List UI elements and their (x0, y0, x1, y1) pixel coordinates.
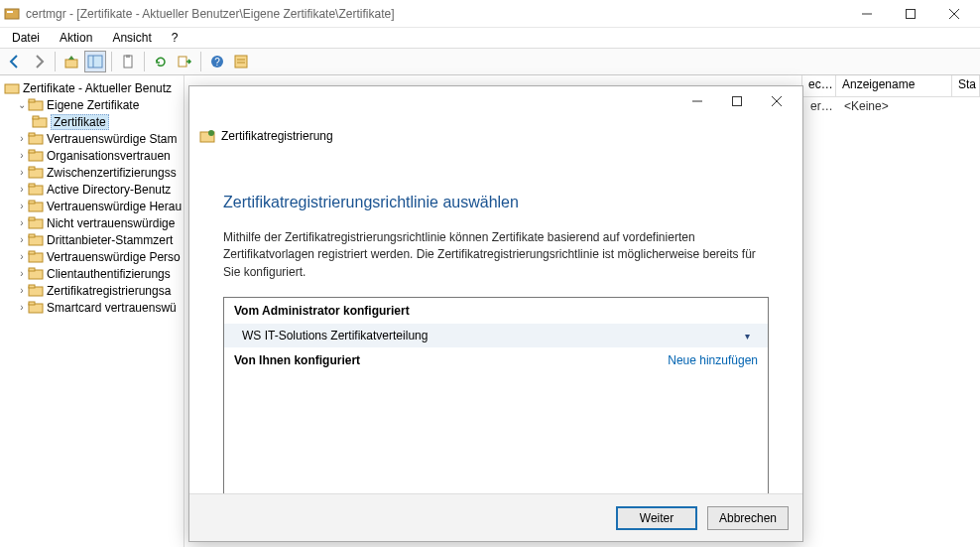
cell-keine: <Keine> (836, 97, 897, 115)
tree-item[interactable]: ›Zertifikatregistrierungsa (0, 282, 184, 299)
tree-item[interactable]: ›Zwischenzertifizierungss (0, 164, 184, 181)
tree-item[interactable]: ›Vertrauenswürdige Perso (0, 248, 184, 265)
close-button[interactable] (932, 0, 976, 28)
policy-empty-area (224, 373, 768, 502)
svg-rect-37 (29, 251, 35, 254)
folder-icon (28, 250, 44, 264)
folder-icon (28, 132, 44, 146)
list-columns: ec… Anzeigename Sta er… <Keine> (801, 75, 980, 115)
expand-icon[interactable]: › (16, 201, 28, 211)
maximize-button[interactable] (889, 0, 932, 28)
svg-rect-27 (29, 167, 35, 170)
enrollment-icon (199, 128, 215, 144)
svg-rect-21 (33, 116, 39, 119)
clipboard-button[interactable] (117, 51, 139, 72)
expand-icon[interactable]: › (16, 302, 28, 313)
forward-button[interactable] (28, 51, 50, 72)
tree-item[interactable]: ›Drittanbieter-Stammzert (0, 231, 184, 248)
tree-item-label: Nicht vertrauenswürdige (47, 216, 175, 230)
show-tree-button[interactable] (84, 51, 106, 72)
svg-rect-41 (29, 285, 35, 288)
col-header-anzeigename[interactable]: Anzeigename (836, 75, 952, 96)
expand-icon[interactable]: › (16, 184, 28, 195)
dialog-minimize-button[interactable] (677, 87, 717, 115)
tree-item[interactable]: ›Clientauthentifizierungs (0, 265, 184, 282)
policy-item[interactable]: WS IT-Solutions Zertifikatverteilung ▾ (224, 324, 768, 347)
tree-item-label: Zwischenzertifizierungss (47, 166, 177, 180)
folder-icon (28, 301, 44, 315)
folder-icon (28, 183, 44, 197)
menubar: Datei Aktion Ansicht ? (0, 28, 980, 48)
add-new-link[interactable]: Neue hinzufügen (668, 353, 758, 367)
tree-item[interactable]: ›Organisationsvertrauen (0, 147, 184, 164)
expand-icon[interactable]: › (16, 285, 28, 296)
tree-item-label: Vertrauenswürdige Herau (47, 200, 182, 213)
dialog-maximize-button[interactable] (717, 87, 757, 115)
refresh-button[interactable] (150, 51, 172, 72)
menu-help[interactable]: ? (168, 29, 183, 47)
tree-item[interactable]: ›Active Directory-Benutz (0, 181, 184, 198)
cancel-button[interactable]: Abbrechen (707, 506, 789, 530)
tree-item-label: Vertrauenswürdige Perso (47, 250, 181, 264)
tree-item[interactable]: ›Smartcard vertrauenswü (0, 299, 184, 316)
admin-configured-header: Vom Administrator konfiguriert (224, 298, 768, 324)
enrollment-dialog: Zertifikatregistrierung Zertifikatregist… (188, 85, 803, 542)
help-button[interactable]: ? (206, 51, 228, 72)
expand-icon[interactable]: › (16, 234, 28, 245)
svg-rect-33 (29, 217, 35, 220)
svg-rect-3 (907, 9, 916, 18)
tree-eigene[interactable]: ⌄ Eigene Zertifikate (0, 96, 184, 113)
tree-root[interactable]: Zertifikate - Aktueller Benutz (0, 79, 184, 96)
back-button[interactable] (4, 51, 26, 72)
tree-item-label: Zertifikatregistrierungsa (47, 284, 171, 298)
tree-item-label: Vertrauenswürdige Stam (47, 132, 177, 146)
svg-rect-43 (29, 302, 35, 305)
toolbar-separator (200, 52, 201, 71)
svg-rect-17 (5, 84, 19, 93)
menu-aktion[interactable]: Aktion (56, 29, 96, 47)
expand-icon[interactable]: › (16, 217, 28, 228)
user-configured-header: Von Ihnen konfiguriert Neue hinzufügen (224, 347, 768, 373)
tree-panel[interactable]: Zertifikate - Aktueller Benutz ⌄ Eigene … (0, 75, 184, 547)
dialog-close-button[interactable] (757, 87, 796, 115)
toolbar-separator (111, 52, 112, 71)
svg-rect-23 (29, 133, 35, 136)
properties-button[interactable] (230, 51, 252, 72)
expand-icon[interactable]: › (16, 150, 28, 161)
dialog-titlebar (189, 86, 802, 116)
tree-item[interactable]: ›Nicht vertrauenswürdige (0, 214, 184, 231)
window-title: certmgr - [Zertifikate - Aktueller Benut… (26, 7, 845, 21)
expand-icon[interactable]: › (16, 251, 28, 262)
tree-item-label: Organisationsvertrauen (47, 149, 171, 163)
cert-root-icon (4, 81, 20, 95)
folder-icon (28, 216, 44, 230)
col-header-ec[interactable]: ec… (802, 75, 836, 96)
col-header-sta[interactable]: Sta (952, 75, 980, 96)
svg-rect-14 (235, 56, 247, 68)
folder-icon (28, 149, 44, 163)
expand-icon[interactable]: › (16, 167, 28, 178)
tree-item[interactable]: ›Vertrauenswürdige Stam (0, 130, 184, 147)
svg-rect-29 (29, 184, 35, 187)
svg-text:?: ? (214, 57, 220, 68)
toolbar: ? (0, 48, 980, 75)
tree-item-label: Drittanbieter-Stammzert (47, 233, 173, 247)
svg-rect-1 (7, 11, 13, 13)
menu-ansicht[interactable]: Ansicht (108, 29, 155, 47)
tree-zertifikate-selected[interactable]: Zertifikate (0, 113, 184, 130)
svg-rect-6 (65, 60, 77, 68)
chevron-down-icon[interactable]: ▾ (745, 331, 750, 342)
tree-item-label: Smartcard vertrauenswü (47, 301, 177, 315)
expand-icon[interactable]: › (16, 133, 28, 144)
folder-icon (28, 166, 44, 180)
minimize-button[interactable] (845, 0, 889, 28)
expand-icon[interactable]: › (16, 268, 28, 279)
tree-item[interactable]: ›Vertrauenswürdige Herau (0, 198, 184, 214)
folder-icon (28, 98, 44, 112)
up-folder-button[interactable] (61, 51, 82, 72)
svg-rect-39 (29, 268, 35, 271)
next-button[interactable]: Weiter (616, 506, 697, 530)
collapse-icon[interactable]: ⌄ (16, 99, 28, 110)
menu-datei[interactable]: Datei (8, 29, 44, 47)
export-button[interactable] (174, 51, 195, 72)
